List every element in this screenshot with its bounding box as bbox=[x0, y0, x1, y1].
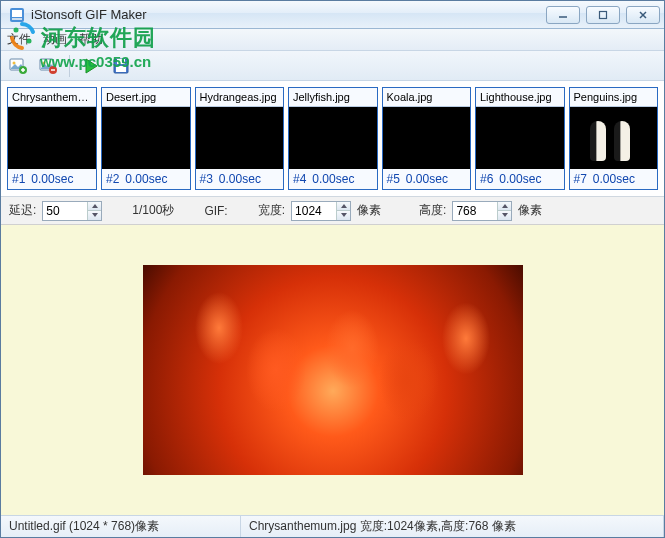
close-button[interactable] bbox=[626, 6, 660, 24]
unit-label: 1/100秒 bbox=[132, 202, 174, 219]
svg-rect-16 bbox=[116, 66, 126, 72]
frame-item[interactable]: Penguins.jpg#70.00sec bbox=[569, 87, 659, 190]
delay-label: 延迟: bbox=[9, 202, 36, 219]
frame-info: #70.00sec bbox=[570, 169, 658, 189]
frame-thumbnail bbox=[383, 107, 471, 169]
frame-item[interactable]: Koala.jpg#50.00sec bbox=[382, 87, 472, 190]
frame-filename: Chrysanthemum bbox=[8, 88, 96, 107]
spin-up-icon[interactable] bbox=[337, 202, 350, 211]
frame-info: #60.00sec bbox=[476, 169, 564, 189]
save-button[interactable] bbox=[110, 55, 132, 77]
menu-animation[interactable]: 动画 bbox=[43, 31, 67, 48]
svg-rect-15 bbox=[122, 60, 124, 63]
width-input[interactable] bbox=[292, 202, 336, 220]
app-icon bbox=[9, 7, 25, 23]
frame-info: #20.00sec bbox=[102, 169, 190, 189]
add-image-button[interactable] bbox=[7, 55, 29, 77]
height-label: 高度: bbox=[419, 202, 446, 219]
menu-help[interactable]: 帮助 bbox=[79, 31, 103, 48]
frame-info: #10.00sec bbox=[8, 169, 96, 189]
width-spinner[interactable] bbox=[291, 201, 351, 221]
preview-area bbox=[1, 225, 664, 515]
px-label: 像素 bbox=[518, 202, 542, 219]
frame-filename: Lighthouse.jpg bbox=[476, 88, 564, 107]
frame-filename: Jellyfish.jpg bbox=[289, 88, 377, 107]
menu-file[interactable]: 文件 bbox=[7, 31, 31, 48]
gif-label: GIF: bbox=[204, 204, 227, 218]
spin-down-icon[interactable] bbox=[498, 211, 511, 220]
frame-info: #50.00sec bbox=[383, 169, 471, 189]
svg-rect-1 bbox=[12, 10, 22, 17]
frame-filename: Koala.jpg bbox=[383, 88, 471, 107]
frame-filename: Hydrangeas.jpg bbox=[196, 88, 284, 107]
frame-item[interactable]: Hydrangeas.jpg#30.00sec bbox=[195, 87, 285, 190]
frame-thumbnail bbox=[196, 107, 284, 169]
preview-canvas bbox=[143, 227, 523, 507]
preview-image bbox=[143, 265, 523, 475]
minimize-button[interactable] bbox=[546, 6, 580, 24]
px-label: 像素 bbox=[357, 202, 381, 219]
frame-thumbnail bbox=[289, 107, 377, 169]
titlebar: iStonsoft GIF Maker bbox=[1, 1, 664, 29]
status-file: Untitled.gif (1024 * 768)像素 bbox=[1, 516, 241, 537]
height-spinner[interactable] bbox=[452, 201, 512, 221]
menubar: 文件 动画 帮助 bbox=[1, 29, 664, 51]
frame-item[interactable]: Desert.jpg#20.00sec bbox=[101, 87, 191, 190]
frame-info: #30.00sec bbox=[196, 169, 284, 189]
svg-rect-4 bbox=[600, 11, 607, 18]
frame-item[interactable]: Chrysanthemum#10.00sec bbox=[7, 87, 97, 190]
svg-rect-2 bbox=[12, 18, 22, 20]
maximize-button[interactable] bbox=[586, 6, 620, 24]
frame-thumbnail bbox=[476, 107, 564, 169]
toolbar bbox=[1, 51, 664, 81]
app-window: iStonsoft GIF Maker 文件 动画 帮助 Chrysanthem… bbox=[0, 0, 665, 538]
play-button[interactable] bbox=[80, 55, 102, 77]
frames-list: Chrysanthemum#10.00secDesert.jpg#20.00se… bbox=[1, 81, 664, 197]
remove-image-button[interactable] bbox=[37, 55, 59, 77]
frame-info: #40.00sec bbox=[289, 169, 377, 189]
controls-row: 延迟: 1/100秒 GIF: 宽度: 像素 高度: 像素 bbox=[1, 197, 664, 225]
statusbar: Untitled.gif (1024 * 768)像素 Chrysanthemu… bbox=[1, 515, 664, 537]
spin-down-icon[interactable] bbox=[88, 211, 101, 220]
spin-down-icon[interactable] bbox=[337, 211, 350, 220]
frame-filename: Desert.jpg bbox=[102, 88, 190, 107]
delay-spinner[interactable] bbox=[42, 201, 102, 221]
status-frame: Chrysanthemum.jpg 宽度:1024像素,高度:768 像素 bbox=[241, 516, 664, 537]
width-label: 宽度: bbox=[258, 202, 285, 219]
frame-thumbnail bbox=[8, 107, 96, 169]
frame-filename: Penguins.jpg bbox=[570, 88, 658, 107]
toolbar-separator bbox=[69, 55, 70, 77]
height-input[interactable] bbox=[453, 202, 497, 220]
window-title: iStonsoft GIF Maker bbox=[31, 7, 546, 22]
frame-thumbnail bbox=[570, 107, 658, 169]
delay-input[interactable] bbox=[43, 202, 87, 220]
svg-point-8 bbox=[13, 61, 16, 64]
frame-item[interactable]: Jellyfish.jpg#40.00sec bbox=[288, 87, 378, 190]
spin-up-icon[interactable] bbox=[88, 202, 101, 211]
spin-up-icon[interactable] bbox=[498, 202, 511, 211]
frame-thumbnail bbox=[102, 107, 190, 169]
frame-item[interactable]: Lighthouse.jpg#60.00sec bbox=[475, 87, 565, 190]
